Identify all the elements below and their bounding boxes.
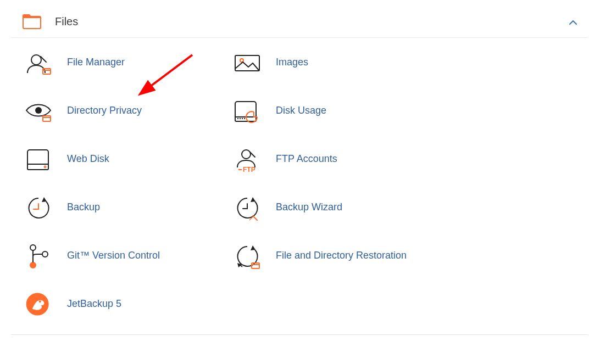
svg-text:FTP: FTP (243, 166, 255, 173)
chevron-up-icon[interactable] (568, 18, 578, 27)
svg-point-7 (242, 150, 251, 159)
svg-point-10 (30, 262, 36, 268)
item-disk-usage[interactable]: Disk Usage (231, 97, 440, 125)
item-ftp-accounts[interactable]: FTP FTP Accounts (231, 145, 440, 173)
panel-header[interactable]: Files (11, 5, 588, 38)
disk-usage-icon (231, 97, 264, 125)
item-label: File and Directory Restoration (276, 249, 407, 262)
item-web-disk[interactable]: Web Disk (22, 145, 231, 173)
panel-body: File Manager Images (11, 38, 588, 334)
item-images[interactable]: Images (231, 49, 440, 76)
item-git-version-control[interactable]: Git™ Version Control (22, 242, 231, 270)
item-label: Web Disk (67, 153, 109, 165)
backup-wizard-icon (231, 194, 264, 221)
svg-point-0 (31, 55, 41, 65)
item-file-directory-restoration[interactable]: File and Directory Restoration (231, 242, 440, 270)
jetbackup-icon (22, 290, 55, 318)
item-label: Git™ Version Control (67, 249, 160, 262)
item-directory-privacy[interactable]: Directory Privacy (22, 97, 231, 125)
images-icon (231, 49, 264, 76)
item-label: Directory Privacy (67, 104, 142, 117)
item-label: JetBackup 5 (67, 298, 121, 310)
backup-icon (22, 194, 55, 221)
files-panel: Files File Manager (11, 5, 588, 335)
file-directory-restoration-icon (231, 242, 264, 270)
svg-rect-2 (235, 55, 259, 71)
item-label: Disk Usage (276, 104, 326, 117)
item-backup-wizard[interactable]: Backup Wizard (231, 194, 440, 221)
svg-point-4 (35, 107, 42, 114)
panel-title: Files (55, 15, 78, 28)
folder-icon (22, 13, 42, 30)
svg-rect-12 (252, 263, 259, 268)
item-label: Backup (67, 201, 100, 214)
item-label: FTP Accounts (276, 153, 337, 165)
item-backup[interactable]: Backup (22, 194, 231, 221)
svg-point-6 (44, 166, 46, 167)
svg-point-14 (39, 300, 41, 303)
git-icon (22, 242, 55, 270)
file-manager-icon (22, 49, 55, 76)
svg-rect-5 (43, 116, 51, 121)
item-label: File Manager (67, 56, 125, 69)
web-disk-icon (22, 145, 55, 173)
ftp-accounts-icon: FTP (231, 145, 264, 173)
svg-point-11 (42, 251, 48, 257)
item-file-manager[interactable]: File Manager (22, 49, 231, 76)
svg-point-9 (30, 245, 36, 250)
item-label: Images (276, 56, 308, 69)
directory-privacy-icon (22, 97, 55, 125)
item-jetbackup-5[interactable]: JetBackup 5 (22, 290, 231, 318)
item-label: Backup Wizard (276, 201, 342, 214)
